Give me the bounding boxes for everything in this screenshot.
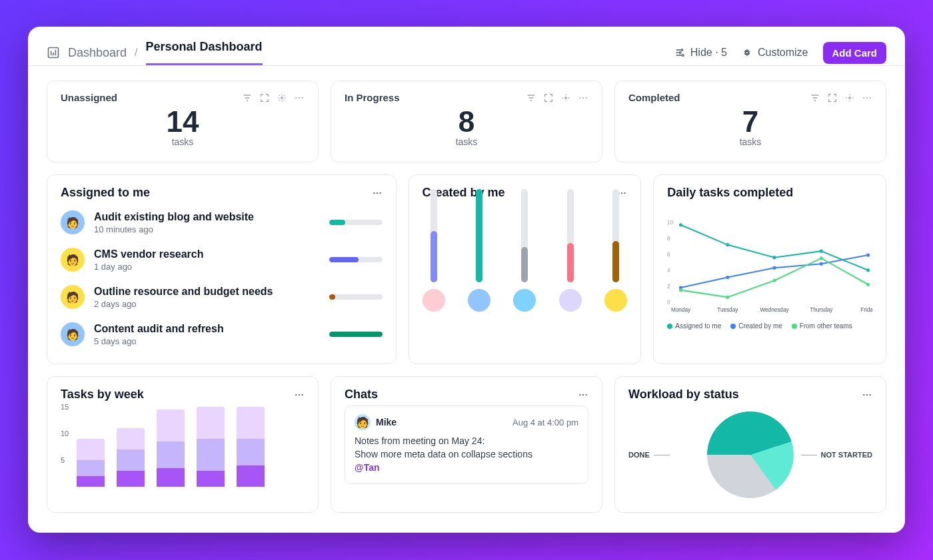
- stacked-bar: [117, 428, 145, 487]
- sliders-icon: [674, 47, 685, 58]
- avatar: [423, 289, 445, 312]
- svg-point-35: [726, 276, 729, 279]
- svg-point-51: [301, 394, 303, 395]
- chat-time: Aug 4 at 4:00 pm: [512, 418, 578, 427]
- more-icon[interactable]: [578, 93, 588, 103]
- pie-chart: DONE NOT STARTED: [628, 408, 872, 501]
- svg-point-50: [299, 394, 300, 395]
- chat-line-1: Notes from meeting on May 24:: [355, 435, 578, 446]
- task-row[interactable]: 🧑 Outline resource and budget needs 2 da…: [61, 278, 383, 316]
- task-row[interactable]: 🧑 Content audit and refresh 5 days ago: [61, 316, 383, 353]
- add-card-button[interactable]: Add Card: [823, 42, 887, 64]
- chat-line-2: Show more meta data on collapse sections: [355, 449, 578, 459]
- svg-point-37: [820, 262, 823, 266]
- avatar: 🧑: [355, 414, 371, 430]
- svg-point-17: [373, 192, 375, 193]
- stat-value: 14: [61, 107, 305, 137]
- chat-author: Mike: [376, 417, 397, 427]
- task-row[interactable]: 🧑 Audit existing blog and website 10 min…: [61, 204, 383, 241]
- stats-row: Unassigned 14 tasks In Progress: [47, 81, 886, 162]
- filter-icon[interactable]: [810, 93, 820, 103]
- stat-card-unassigned: Unassigned 14 tasks: [47, 81, 319, 162]
- stat-title: Unassigned: [61, 92, 117, 103]
- customize-label: Customize: [758, 47, 808, 59]
- assigned-to-me-card: Assigned to me 🧑 Audit existing blog and…: [47, 174, 397, 364]
- breadcrumb-current[interactable]: Personal Dashboard: [146, 40, 263, 65]
- svg-point-49: [295, 394, 297, 395]
- vbar: [513, 189, 536, 312]
- expand-icon[interactable]: [827, 93, 838, 103]
- task-title: Outline resource and budget needs: [94, 286, 320, 298]
- svg-point-13: [849, 97, 851, 99]
- more-icon[interactable]: [294, 93, 305, 103]
- card-title: Daily tasks completed: [667, 186, 793, 200]
- chat-mention[interactable]: @Tan: [355, 462, 578, 473]
- svg-point-56: [866, 394, 868, 395]
- avatar: 🧑: [61, 248, 85, 272]
- progress-bar: [329, 294, 383, 300]
- expand-icon[interactable]: [259, 93, 270, 103]
- stat-unit: tasks: [345, 137, 588, 147]
- gear-icon[interactable]: [560, 93, 571, 103]
- stat-card-completed: Completed 7 tasks: [614, 81, 886, 162]
- stat-value: 8: [345, 107, 588, 137]
- svg-point-3: [682, 55, 684, 57]
- svg-point-29: [679, 223, 682, 226]
- task-meta: 5 days ago: [94, 336, 320, 346]
- task-title: CMS vendor research: [94, 248, 320, 260]
- svg-point-5: [281, 97, 283, 99]
- svg-text:2: 2: [667, 284, 670, 290]
- svg-text:Tuesday: Tuesday: [718, 307, 739, 313]
- avatar: [604, 289, 627, 312]
- progress-bar: [329, 220, 383, 225]
- line-chart: 0246810MondayTuesdayWednesdayThursdayFri…: [667, 205, 872, 318]
- more-icon[interactable]: [294, 390, 305, 400]
- svg-point-14: [863, 97, 864, 99]
- more-icon[interactable]: [862, 390, 872, 400]
- svg-point-43: [866, 283, 870, 286]
- vbar: [468, 189, 490, 312]
- gear-icon[interactable]: [844, 93, 855, 103]
- svg-point-10: [579, 97, 580, 99]
- svg-point-39: [679, 288, 682, 292]
- more-icon[interactable]: [862, 93, 872, 103]
- content-area: Unassigned 14 tasks In Progress: [28, 66, 905, 533]
- bottom-row: Tasks by week 51015 Chats 🧑 Mike: [47, 376, 886, 513]
- filter-icon[interactable]: [526, 93, 536, 103]
- gear-icon[interactable]: [277, 93, 287, 103]
- svg-point-6: [295, 97, 297, 99]
- svg-point-8: [302, 97, 303, 99]
- breadcrumb-root[interactable]: Dashboard: [68, 46, 127, 60]
- more-icon[interactable]: [578, 390, 588, 400]
- svg-point-42: [820, 256, 823, 260]
- stat-unit: tasks: [628, 137, 872, 147]
- task-row[interactable]: 🧑 CMS vendor research 1 day ago: [61, 241, 383, 278]
- vbar: [604, 189, 627, 312]
- breadcrumb-separator: /: [135, 47, 137, 59]
- svg-point-16: [870, 97, 871, 99]
- vbar: [423, 189, 445, 312]
- card-title: Assigned to me: [61, 186, 150, 200]
- avatar: [559, 289, 582, 312]
- avatar: 🧑: [61, 210, 85, 234]
- avatar: [513, 289, 536, 312]
- more-icon[interactable]: [372, 188, 383, 198]
- progress-bar: [329, 257, 383, 262]
- customize-button[interactable]: Customize: [742, 47, 808, 59]
- breadcrumb: Dashboard / Personal Dashboard: [47, 40, 263, 65]
- svg-point-52: [579, 394, 580, 395]
- svg-point-7: [299, 97, 300, 99]
- stacked-bar-chart: 51015: [61, 407, 305, 487]
- stat-title: In Progress: [345, 92, 400, 103]
- stat-value: 7: [628, 107, 872, 137]
- hide-label: Hide · 5: [690, 47, 727, 59]
- card-title: Chats: [345, 388, 378, 402]
- svg-text:8: 8: [667, 236, 670, 242]
- stacked-bar: [77, 439, 105, 487]
- filter-icon[interactable]: [242, 93, 253, 103]
- hide-button[interactable]: Hide · 5: [674, 47, 727, 59]
- vbar: [559, 189, 582, 312]
- expand-icon[interactable]: [543, 93, 554, 103]
- chat-message[interactable]: 🧑 Mike Aug 4 at 4:00 pm Notes from meeti…: [345, 406, 588, 484]
- svg-text:Wednesday: Wednesday: [760, 307, 790, 313]
